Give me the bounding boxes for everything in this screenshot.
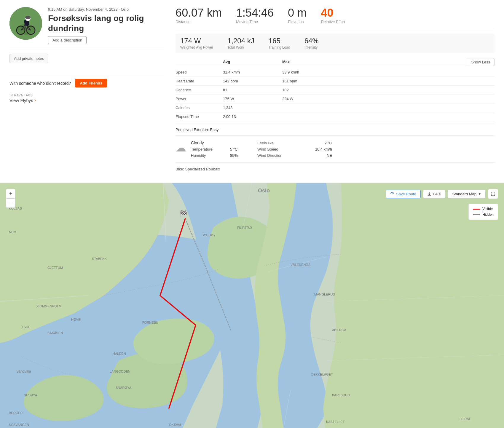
svg-text:FILIPSTAD: FILIPSTAD <box>237 226 252 229</box>
expand-icon <box>491 192 495 196</box>
perceived-label: Perceived Exertion: <box>176 127 209 132</box>
weather-feels-label: Feels like <box>257 141 305 145</box>
weather-temp-label: Temperature <box>191 147 227 151</box>
col-header-avg: Avg <box>223 60 282 64</box>
svg-text:EVJE: EVJE <box>22 325 31 329</box>
download-icon <box>428 192 431 196</box>
row-label: Heart Rate <box>176 77 223 86</box>
table-col-headers: Avg Max <box>176 58 467 66</box>
legend-visible-line <box>473 209 480 210</box>
table-row: Cadence 81 102 <box>176 86 495 95</box>
legend-hidden-line <box>473 214 480 215</box>
table-header: Avg Max Show Less <box>176 58 495 67</box>
svg-text:GJETTUM: GJETTUM <box>47 266 63 269</box>
map-section: 🏁 Oslo Sandvika BYGDØY FILIPSTAD FORNEBU… <box>0 183 504 428</box>
svg-text:BYGDØY: BYGDØY <box>202 233 216 237</box>
route-icon <box>390 192 394 196</box>
table-row: Calories 1,343 <box>176 103 495 112</box>
with-someone-row: With someone who didn't record? Add Frie… <box>9 79 164 87</box>
svg-point-54 <box>392 194 393 194</box>
fullscreen-button[interactable] <box>488 189 498 199</box>
cloud-icon: ☁ <box>176 142 186 154</box>
row-max: 33.9 km/h <box>282 68 495 77</box>
table-row: Speed 31.4 km/h 33.9 km/h <box>176 68 495 77</box>
row-avg: 2:00:13 <box>223 112 282 121</box>
relative-effort-label: Relative Effort <box>321 20 345 24</box>
weather-temp-value: 5 °C <box>230 147 254 151</box>
weather-details: Cloudy Feels like 2 °C Temperature 5 °C … <box>191 140 495 158</box>
row-avg: 81 <box>223 86 282 95</box>
activity-header: 9:15 AM on Saturday, November 4, 2023 · … <box>9 7 164 44</box>
map-type-button[interactable]: Standard Map ▼ <box>448 190 486 198</box>
bike-label: Bike: Specialized Roubaix <box>176 167 220 171</box>
svg-text:FORNEBU: FORNEBU <box>142 321 158 324</box>
training-load-label: Training Load <box>269 45 290 49</box>
row-max <box>282 103 495 112</box>
row-label: Cadence <box>176 86 223 95</box>
col-header-empty <box>176 60 223 64</box>
weather-wind-speed-label: Wind Speed <box>257 147 305 151</box>
row-label: Speed <box>176 68 223 77</box>
right-panel: 60.07 km Distance 1:54:46 Moving Time 0 … <box>176 7 495 175</box>
row-avg: 31.4 km/h <box>223 68 282 77</box>
save-route-button[interactable]: Save Route <box>386 190 421 198</box>
row-max: 224 W <box>282 95 495 103</box>
svg-text:BLOMMENHOLM: BLOMMENHOLM <box>36 304 61 308</box>
svg-text:Sandvika: Sandvika <box>16 369 31 373</box>
map-controls: + − <box>6 189 15 208</box>
row-max <box>282 112 495 121</box>
row-label: Calories <box>176 103 223 112</box>
weather-feels-value: 2 °C <box>308 141 332 145</box>
weather-wind-dir-value: NE <box>308 153 332 158</box>
svg-text:STABEKK: STABEKK <box>92 257 107 261</box>
add-friends-button[interactable]: Add Friends <box>75 79 107 87</box>
perceived-exertion: Perceived Exertion: Easy <box>176 124 495 135</box>
svg-text:LANGODDEN: LANGODDEN <box>110 370 130 373</box>
relative-effort-value: 40 <box>321 7 345 18</box>
table-row: Heart Rate 142 bpm 161 bpm <box>176 77 495 86</box>
stats-row-1: 60.07 km Distance 1:54:46 Moving Time 0 … <box>176 7 495 29</box>
svg-text:HALDEN: HALDEN <box>113 352 126 355</box>
table-row: Elapsed Time 2:00:13 <box>176 112 495 121</box>
col-header-max: Max <box>282 60 342 64</box>
row-max: 102 <box>282 86 495 95</box>
weather-condition: Cloudy <box>191 140 254 145</box>
svg-text:KASTELLET: KASTELLET <box>326 420 345 424</box>
stat-elevation: 0 m Elevation <box>288 7 307 24</box>
strava-labs-label: STRAVA LABS <box>9 93 164 97</box>
svg-text:NUM: NUM <box>9 230 16 234</box>
stat-training-load: 165 Training Load <box>269 37 290 49</box>
svg-text:ABILDSØ: ABILDSØ <box>332 328 346 332</box>
weather-section: ☁ Cloudy Feels like 2 °C Temperature 5 °… <box>176 135 495 162</box>
avatar <box>9 7 42 40</box>
svg-text:NESØYA: NESØYA <box>24 393 37 397</box>
svg-text:OKSVAL: OKSVAL <box>169 423 182 427</box>
add-description-button[interactable]: Add a description <box>48 36 87 44</box>
table-row: Power 175 W 224 W <box>176 95 495 103</box>
divider-1 <box>9 49 164 49</box>
show-less-button[interactable]: Show Less <box>467 58 495 66</box>
distance-label: Distance <box>176 20 222 24</box>
stats-row-2: 174 W Weighted Avg Power 1,204 kJ Total … <box>176 34 495 53</box>
intensity-label: Intensity <box>304 45 319 49</box>
gpx-label: GPX <box>433 192 441 196</box>
power-value: 174 W <box>180 37 213 44</box>
svg-text:BAKÅSEN: BAKÅSEN <box>47 331 63 335</box>
view-flybys-text: View Flybys <box>9 98 33 103</box>
stat-distance: 60.07 km Distance <box>176 7 222 24</box>
stat-intensity: 64% Intensity <box>304 37 319 49</box>
zoom-in-button[interactable]: + <box>6 189 15 198</box>
stat-moving-time: 1:54:46 Moving Time <box>236 7 274 24</box>
stats-table: Speed 31.4 km/h 33.9 km/h Heart Rate 142… <box>176 68 495 121</box>
bike-section: Bike: Specialized Roubaix <box>176 162 495 175</box>
add-private-notes-button[interactable]: Add private notes <box>9 54 48 63</box>
row-label: Power <box>176 95 223 103</box>
svg-text:BEKKELAGET: BEKKELAGET <box>311 373 333 376</box>
weather-humidity-label: Humidity <box>191 153 227 158</box>
gpx-button[interactable]: GPX <box>423 190 445 198</box>
stat-power: 174 W Weighted Avg Power <box>180 37 213 49</box>
moving-time-value: 1:54:46 <box>236 7 274 18</box>
zoom-out-button[interactable]: − <box>6 198 15 208</box>
view-flybys-link[interactable]: View Flybys › <box>9 98 164 103</box>
legend-visible-item: Visible <box>473 207 494 211</box>
